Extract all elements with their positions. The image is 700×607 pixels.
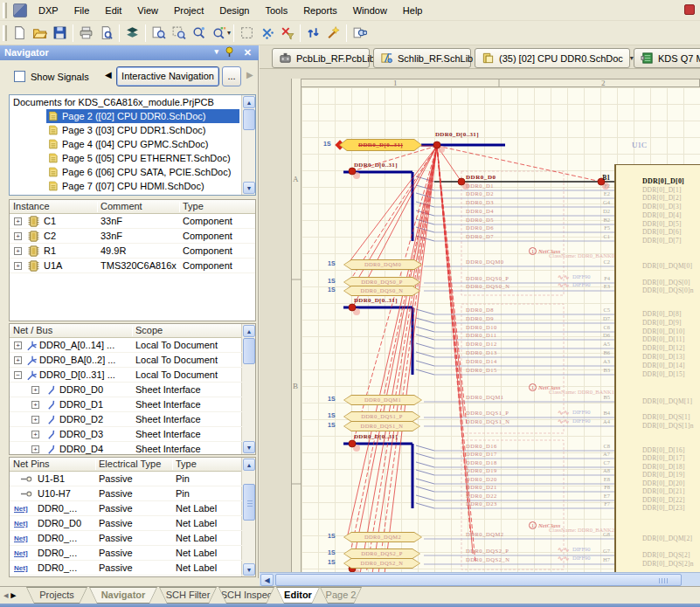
tab-scroll-arrows[interactable]: ◂ ▸	[3, 590, 16, 601]
scrollbar-thumb[interactable]	[243, 338, 255, 364]
table-row[interactable]: Net]DDR0_D0PassiveNet Label	[10, 516, 242, 531]
wire-net-label[interactable]: DDR0_D13	[466, 349, 497, 355]
panel-tab-navigator[interactable]: Navigator	[89, 587, 157, 604]
print-preview-icon[interactable]	[96, 24, 116, 43]
sheet-entry-port[interactable]: DDR0_DQS1_N	[343, 421, 420, 431]
nav-forward-arrow-icon[interactable]: ▶	[246, 70, 253, 79]
table-row[interactable]: Net]DDR0_...PassiveNet Label	[10, 561, 242, 576]
dropdown-caret-icon[interactable]: ▾	[227, 29, 231, 37]
wire-net-label[interactable]: DDR0_D4	[466, 208, 494, 214]
wire-net-label[interactable]: DDR0_D2	[466, 190, 494, 197]
layer-stack-icon[interactable]	[122, 24, 142, 43]
column-header[interactable]: Type	[183, 201, 204, 211]
column-header[interactable]: Type	[176, 459, 197, 469]
wire-net-label[interactable]: DDR0_D19	[466, 467, 497, 473]
select-area-icon[interactable]	[237, 24, 257, 43]
table-row[interactable]: +R149.9RComponent	[10, 244, 255, 259]
expand-icon[interactable]: +	[14, 341, 22, 349]
sheet-entry-port[interactable]: DDR0_DQS2_N	[343, 558, 420, 569]
column-header[interactable]: Electrical Type	[99, 459, 161, 469]
nav-back-arrow-icon[interactable]: ◀	[105, 70, 112, 79]
zoom-area-icon[interactable]	[169, 24, 189, 43]
expand-icon[interactable]: +	[14, 356, 22, 364]
doc-tab-1[interactable]: PcbLib_RF.PcbLib	[272, 48, 370, 68]
table-row[interactable]: Net]DDR0_...PassiveNet Label	[10, 501, 242, 516]
menu-item-file[interactable]: File	[66, 3, 98, 18]
scroll-up-icon[interactable]: ▲	[243, 325, 255, 337]
wire-net-label[interactable]: DDR0_D8	[466, 307, 494, 313]
table-row[interactable]: Net]DDR0_...PassiveNet Label	[10, 531, 242, 546]
scroll-down-icon[interactable]: ▼	[243, 441, 255, 453]
wire-net-label[interactable]: DDR0_DQS0_N	[466, 283, 509, 289]
toolbar-grip[interactable]	[3, 3, 7, 18]
open-document-icon[interactable]	[30, 24, 50, 43]
sheet-entry-port[interactable]: DDR0_DQM2	[343, 532, 422, 542]
table-header[interactable]: InstanceCommentType	[10, 200, 255, 214]
document-tree-item[interactable]: Page 6 ([06] CPU SATA, PCIE.SchDoc)	[10, 165, 255, 179]
scroll-up-icon[interactable]: ▲	[243, 96, 255, 108]
expand-icon[interactable]: +	[14, 232, 22, 240]
table-row[interactable]: U10-H7PassivePin	[10, 486, 242, 501]
wire-net-label[interactable]: DDR0_D23	[466, 500, 497, 507]
expand-icon[interactable]: +	[14, 217, 22, 225]
save-document-icon[interactable]	[50, 24, 70, 43]
wire-net-label[interactable]: DDR0_DQS1_P	[466, 410, 509, 416]
menu-accent-icon[interactable]	[684, 4, 695, 15]
table-row[interactable]: +DDR0_D0Sheet Interface	[10, 383, 242, 397]
wire-net-label[interactable]: DDR0_DQS2_N	[466, 556, 509, 562]
schematic-editor[interactable]: 12ABU1CDDR0_D[0..31]DDR0_D[0..31]1SDDR0_…	[260, 69, 700, 572]
wire-net-label[interactable]: DDR0_D20	[466, 476, 497, 482]
wand-icon[interactable]	[323, 24, 343, 43]
scroll-left-icon[interactable]: ◀	[260, 574, 274, 586]
menu-item-help[interactable]: Help	[395, 3, 431, 18]
expand-icon[interactable]: +	[14, 262, 22, 270]
wire-net-label[interactable]: DDR0_D3	[466, 199, 494, 205]
wire-net-label[interactable]: DDR0_DQM0	[466, 259, 504, 265]
wire-net-label[interactable]: DDR0_D11	[466, 332, 497, 338]
expand-icon[interactable]: +	[31, 445, 39, 453]
wire-net-label[interactable]: DDR0_D0	[466, 174, 496, 181]
wire-net-label[interactable]: DDR0_D9	[466, 315, 494, 321]
scroll-down-icon[interactable]: ▼	[243, 563, 255, 576]
table-row[interactable]: +C133nFComponent	[10, 214, 255, 229]
panel-tab-sch-filter[interactable]: SCH Filter	[159, 587, 217, 604]
wire-net-label[interactable]: DDR0_D7	[466, 233, 494, 239]
hscrollbar-thumb[interactable]	[275, 574, 682, 586]
bus-net-label[interactable]: DDR0_D[0..31]	[354, 433, 398, 440]
zoom-document-icon[interactable]	[149, 24, 169, 43]
expand-icon[interactable]: +	[14, 247, 22, 255]
bus-net-label[interactable]: DDR0_D[0..31]	[354, 162, 398, 169]
bus-net-label[interactable]: DDR0_D[0..31]	[435, 131, 479, 138]
table-row[interactable]: +U1ATMS320C6A816xComponent	[10, 259, 255, 273]
table-row[interactable]: +DDR0_D4Sheet Interface	[10, 442, 242, 455]
wire-net-label[interactable]: DDR0_DQM2	[466, 531, 504, 537]
editor-tab-page-2[interactable]: Page 2	[320, 587, 362, 604]
netbus-scrollbar[interactable]: ▲▼	[241, 324, 255, 454]
expand-icon[interactable]: +	[31, 416, 39, 424]
column-header[interactable]: Comment	[100, 201, 142, 211]
panel-tab-projects[interactable]: Projects	[26, 587, 87, 604]
zoom-selection-icon[interactable]	[189, 24, 209, 43]
editor-hscrollbar[interactable]: ◀	[260, 572, 700, 586]
clear-filter-icon[interactable]	[277, 24, 297, 43]
document-tree-item[interactable]: Page 5 ([05] CPU ETHERNET.SchDoc)	[10, 151, 255, 165]
table-row[interactable]: −DDR0_D[0..31] ...Local To Document	[10, 368, 242, 383]
table-row[interactable]: +DDR0_D1Sheet Interface	[10, 397, 242, 412]
editor-tab-editor[interactable]: Editor	[276, 587, 320, 604]
document-tree-item[interactable]: Page 3 ([03] CPU DDR1.SchDoc)	[10, 123, 255, 137]
table-row[interactable]: Net]DDR0...PassiveNet Label	[10, 576, 242, 577]
scroll-down-icon[interactable]: ▼	[243, 182, 255, 194]
document-tree-item[interactable]: Page 7 ([07] CPU HDMI.SchDoc)	[10, 179, 255, 193]
menu-item-view[interactable]: View	[129, 3, 166, 18]
column-header[interactable]: Net Pins	[13, 459, 50, 469]
expand-icon[interactable]: +	[31, 431, 39, 438]
netpins-scrollbar[interactable]: ▲▼	[241, 458, 255, 576]
expand-icon[interactable]: +	[31, 401, 39, 409]
doc-tab-2[interactable]: Schlib_RF.SchLib	[373, 48, 471, 68]
wire-net-label[interactable]: DDR0_D18	[466, 459, 497, 466]
column-header[interactable]: Net / Bus	[13, 325, 52, 335]
wire-net-label[interactable]: DDR0_DQS1_N	[466, 418, 509, 424]
wire-net-label[interactable]: DDR0_D5	[466, 217, 494, 223]
documents-scrollbar[interactable]: ▲ ▼	[241, 95, 255, 195]
toolbar-grip[interactable]	[3, 25, 7, 41]
